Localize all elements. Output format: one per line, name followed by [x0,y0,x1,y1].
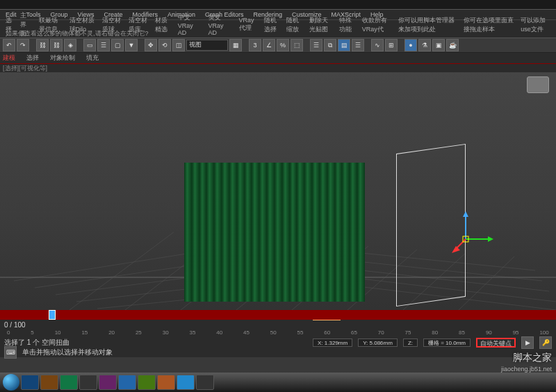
select-name-icon[interactable]: ☰ [97,39,110,51]
task-item[interactable] [60,375,78,390]
unlink-icon[interactable]: ⛓ [50,39,63,51]
coord-y[interactable]: Y: 5.086mm [358,338,398,347]
rotate-icon[interactable]: ⟲ [158,39,171,51]
frame-range: 0 / 100 [4,321,26,329]
layer-icon[interactable]: ☰ [352,39,364,51]
render-icon[interactable]: ☕ [446,39,459,51]
task-item[interactable] [40,375,58,390]
undo-icon[interactable]: ↶ [3,39,15,51]
status-bar: 选择了 1 个 空间扭曲 X: 1.329mm Y: 5.086mm Z: 栅格… [0,338,556,348]
curve-editor-icon[interactable]: ∿ [371,39,384,51]
tb-vrayproxy[interactable]: VRay 代理 [239,17,257,33]
select-icon[interactable]: ▭ [83,39,96,51]
title-bar [0,0,556,10]
mirror-icon[interactable]: ⧉ [324,39,336,51]
redo-icon[interactable]: ↷ [17,39,29,51]
link-icon[interactable]: ⛓ [36,39,49,51]
key-icon[interactable]: 🔑 [539,336,552,349]
tb-special[interactable]: 特殊功能 [339,16,354,34]
hint-bar: ⌨ 单击并拖动以选择并移动对象 [0,348,556,357]
task-item[interactable] [21,375,39,390]
windows-taskbar[interactable] [0,373,556,392]
bind-icon[interactable]: ◈ [64,39,76,51]
time-ruler[interactable]: 0510152025303540455055606570758085909510… [0,329,556,338]
percent-snap-icon[interactable]: % [277,39,289,51]
sub-tabs: [选择][可视化等] [0,64,556,72]
frame-row: 0 / 100 [0,320,556,329]
task-item[interactable] [118,375,136,390]
timeline[interactable] [0,310,556,320]
ribbon-tabs: 建模 选择 对象绘制 填充 [0,53,556,64]
pivot-icon[interactable]: ▦ [229,39,242,51]
start-button[interactable] [3,374,19,391]
grid-size: 栅格 = 10.0mm [423,338,471,347]
tab-model[interactable]: 建模 [3,54,15,63]
move-icon[interactable]: ✥ [145,39,157,51]
coord-z[interactable]: Z: [403,338,418,347]
tb-adduse[interactable]: 可以添加use文件 [521,16,550,34]
select-region-icon[interactable]: ▢ [111,39,124,51]
tab-paint[interactable]: 对象绘制 [50,54,75,63]
tb-vrayad-cn[interactable]: 中文VRay AD [178,13,202,36]
main-toolbar: ↶ ↷ ⛓ ⛓ ◈ ▭ ☰ ▢ ▼ ✥ ⟲ ◫ 视图 ▦ 3 ∠ % ⬚ ☰ ⧉… [0,38,556,53]
named-sel-icon[interactable]: ☰ [310,39,322,51]
svg-line-18 [459,256,514,310]
tb-dragopt[interactable]: 你可在选项里面直接拖走样本 [464,16,514,34]
snap-icon[interactable]: 3 [249,39,261,51]
align-icon[interactable]: ▤ [338,39,350,51]
render-setup-icon[interactable]: ⚗ [418,39,431,51]
transform-gizmo[interactable] [452,211,493,253]
curtain-object[interactable] [184,163,365,302]
viewcube[interactable] [527,76,549,93]
prompt-hint: 单击并拖动以选择并移动对象 [22,348,113,357]
task-item[interactable] [79,375,97,390]
svg-line-11 [70,232,174,310]
play-icon[interactable]: ▶ [521,336,534,349]
material-icon[interactable]: ● [404,39,417,51]
svg-marker-22 [488,236,493,242]
perspective-viewport[interactable] [0,72,556,310]
angle-snap-icon[interactable]: ∠ [263,39,275,51]
task-item[interactable] [99,375,117,390]
auto-key-button[interactable]: 自动关键点 [476,338,516,348]
svg-marker-24 [452,246,460,253]
spinner-snap-icon[interactable]: ⬚ [291,39,303,51]
tab-select[interactable]: 选择 [26,54,39,63]
tb-delsky[interactable]: 删除天光贴图 [309,16,333,34]
tb-randsel[interactable]: 随机选择 [264,16,279,34]
maxscript-icon[interactable]: ⌨ [4,346,17,359]
render-frame-icon[interactable]: ▣ [432,39,445,51]
tb-matsel[interactable]: 材质精选 [155,16,170,34]
tb-collectvray[interactable]: 收款所有VRay代 [362,16,391,34]
time-cursor[interactable] [49,310,56,320]
tb-randscale[interactable]: 随机缩放 [286,16,302,34]
custom-toolbar: 选择 主界面 联最场景信息 清空材质球Dilo 清空材质球 清空材质库 材质精选… [0,19,556,29]
tab-fill[interactable]: 填充 [86,54,99,63]
task-item[interactable] [177,375,195,390]
ref-coord-dropdown[interactable]: 视图 [186,40,228,51]
schematic-icon[interactable]: ⊞ [385,39,398,51]
task-item[interactable] [196,375,214,390]
watermark-url: jiaocheng.jb51.net [501,366,552,373]
coord-x[interactable]: X: 1.329mm [313,338,352,347]
filter-icon[interactable]: ▼ [125,39,138,51]
tb-vrayad-en[interactable]: 英文VRay AD [208,13,232,36]
scale-icon[interactable]: ◫ [172,39,185,51]
task-item[interactable] [157,375,175,390]
tb-scriptmgr[interactable]: 你可以用脚本管理器来加项到此处 [398,16,457,34]
svg-marker-20 [463,211,468,217]
watermark-text: 脚本之家 [513,352,552,364]
task-item[interactable] [138,375,156,390]
